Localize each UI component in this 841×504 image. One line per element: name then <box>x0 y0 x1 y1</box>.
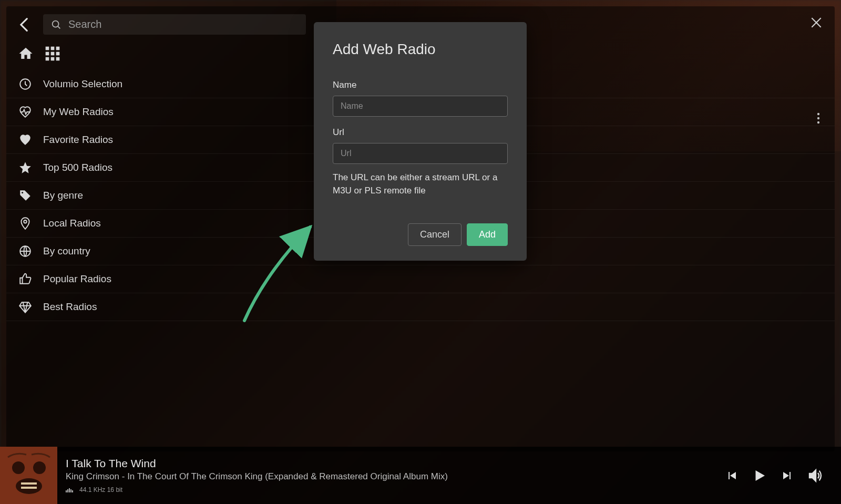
dialog-title: Add Web Radio <box>333 41 508 58</box>
svg-point-17 <box>817 113 819 115</box>
tag-icon <box>18 189 33 202</box>
list-item-label: My Web Radios <box>43 106 114 118</box>
heart-icon <box>18 133 33 147</box>
search-input-wrap[interactable] <box>43 14 306 35</box>
svg-point-22 <box>33 461 46 474</box>
home-button[interactable] <box>18 46 34 61</box>
diamond-icon <box>18 300 33 314</box>
svg-rect-8 <box>51 52 55 56</box>
svg-rect-5 <box>51 47 55 50</box>
name-label: Name <box>333 80 508 90</box>
add-web-radio-dialog: Add Web Radio Name Url The URL can be ei… <box>314 22 527 261</box>
player-controls <box>725 467 841 484</box>
svg-rect-20 <box>0 447 57 504</box>
add-button[interactable]: Add <box>467 223 508 246</box>
player-bar: I Talk To The Wind King Crimson - In The… <box>0 447 841 504</box>
more-options-button[interactable] <box>817 112 820 124</box>
list-item-label: By genre <box>43 190 83 201</box>
list-item-label: Best Radios <box>43 301 97 313</box>
svg-rect-11 <box>51 57 55 61</box>
cancel-button[interactable]: Cancel <box>408 223 461 246</box>
svg-rect-24 <box>21 482 37 485</box>
list-item-label: Popular Radios <box>43 273 111 285</box>
list-item-label: Top 500 Radios <box>43 162 112 173</box>
play-button[interactable] <box>752 468 767 484</box>
svg-rect-25 <box>21 487 37 489</box>
back-button[interactable] <box>16 16 34 34</box>
url-label: Url <box>333 127 508 138</box>
list-item-label: By country <box>43 245 90 257</box>
grid-view-button[interactable] <box>44 45 61 62</box>
quality-icon <box>66 487 74 492</box>
heartbeat-icon <box>18 105 33 119</box>
svg-rect-26 <box>66 490 67 492</box>
svg-point-14 <box>22 192 23 193</box>
close-button[interactable] <box>809 16 823 29</box>
svg-rect-12 <box>56 57 60 61</box>
list-item-label: Local Radios <box>43 218 101 229</box>
thumbs-up-icon <box>18 272 33 286</box>
track-meta: 44.1 KHz 16 bit <box>66 486 725 493</box>
volume-button[interactable] <box>807 467 824 484</box>
svg-line-1 <box>58 26 60 28</box>
svg-rect-28 <box>69 488 70 492</box>
star-icon <box>18 161 33 174</box>
svg-rect-30 <box>72 490 73 492</box>
next-button[interactable] <box>781 469 794 482</box>
svg-rect-4 <box>46 47 49 50</box>
svg-point-0 <box>53 20 59 27</box>
svg-rect-9 <box>56 52 60 56</box>
svg-rect-10 <box>46 57 49 61</box>
svg-point-19 <box>817 121 819 124</box>
url-help-text: The URL can be either a stream URL or a … <box>333 171 508 197</box>
svg-point-18 <box>817 117 819 119</box>
list-item[interactable]: Popular Radios <box>6 265 835 293</box>
search-input[interactable] <box>68 18 299 30</box>
list-item[interactable]: Best Radios <box>6 293 835 321</box>
svg-rect-27 <box>67 489 68 492</box>
list-item-label: Favorite Radios <box>43 134 113 146</box>
dialog-actions: Cancel Add <box>333 223 508 246</box>
track-title: I Talk To The Wind <box>66 457 725 470</box>
svg-rect-7 <box>46 52 49 56</box>
svg-point-23 <box>16 478 42 494</box>
track-info: I Talk To The Wind King Crimson - In The… <box>57 457 725 493</box>
track-artist: King Crimson - In The Court Of The Crims… <box>66 471 725 482</box>
previous-button[interactable] <box>725 469 738 482</box>
album-art[interactable] <box>0 447 57 504</box>
svg-rect-6 <box>56 47 60 50</box>
name-input[interactable] <box>333 96 508 117</box>
search-icon <box>50 19 62 30</box>
url-input[interactable] <box>333 143 508 164</box>
track-format: 44.1 KHz 16 bit <box>79 486 122 493</box>
svg-point-15 <box>24 220 26 223</box>
map-pin-icon <box>18 217 33 230</box>
svg-point-21 <box>12 461 25 474</box>
globe-icon <box>18 244 33 258</box>
clock-icon <box>18 77 33 91</box>
svg-rect-29 <box>70 489 71 492</box>
list-item-label: Volumio Selection <box>43 78 122 90</box>
